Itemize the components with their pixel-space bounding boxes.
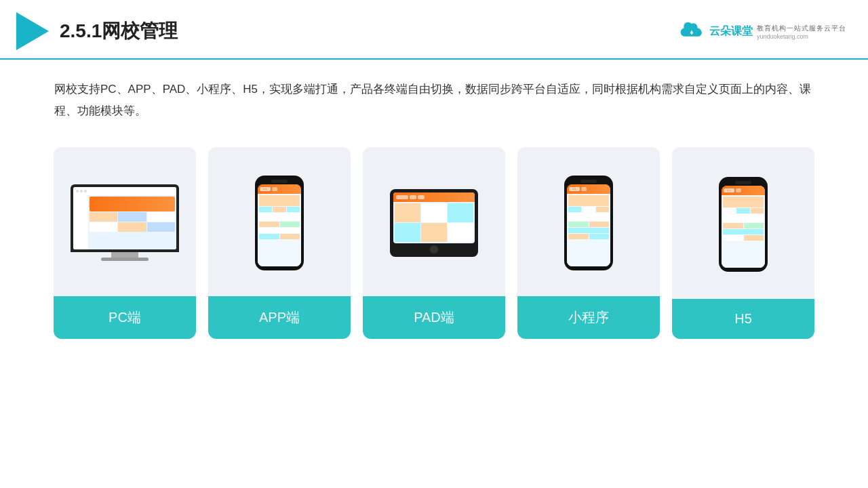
brand-name: 云朵课堂 xyxy=(709,24,753,39)
card-h5: 职达 xyxy=(672,147,814,339)
card-image-pad xyxy=(363,147,505,296)
card-image-miniapp: 职达 xyxy=(517,147,660,296)
phone-mockup-app: 职达 xyxy=(255,176,304,270)
page-title: 2.5.1网校管理 xyxy=(60,18,178,44)
header: 2.5.1网校管理 云朵课堂 教育机构一站式服务云平台 yunduoketang… xyxy=(0,0,868,60)
card-image-h5: 职达 xyxy=(672,147,814,299)
tablet-mockup xyxy=(390,189,478,257)
cloud-icon xyxy=(678,22,705,41)
card-app: 职达 xyxy=(208,147,351,339)
header-left: 2.5.1网校管理 xyxy=(16,12,178,50)
brand-url: yunduoketang.com xyxy=(757,33,846,40)
card-pc: PC端 xyxy=(54,147,196,339)
card-label-pc: PC端 xyxy=(54,296,196,339)
card-image-app: 职达 xyxy=(208,147,351,296)
cards-container: PC端 职达 xyxy=(0,123,868,339)
logo-triangle-icon xyxy=(16,12,49,50)
brand-area: 云朵课堂 教育机构一站式服务云平台 yunduoketang.com xyxy=(678,22,846,41)
phone-mockup-miniapp: 职达 xyxy=(564,176,613,270)
brand-logo: 云朵课堂 教育机构一站式服务云平台 yunduoketang.com xyxy=(678,22,846,41)
card-label-app: APP端 xyxy=(208,296,351,339)
card-pad: PAD端 xyxy=(363,147,505,339)
pc-mockup xyxy=(71,184,179,261)
description-text: 网校支持PC、APP、PAD、小程序、H5，实现多端打通，产品各终端自由切换，数… xyxy=(0,60,868,123)
card-label-h5: H5 xyxy=(672,299,814,339)
card-label-miniapp: 小程序 xyxy=(517,296,660,339)
card-image-pc xyxy=(54,147,196,296)
card-miniapp: 职达 xyxy=(517,147,660,339)
phone-mockup-h5: 职达 xyxy=(719,177,768,272)
card-label-pad: PAD端 xyxy=(363,296,505,339)
svg-point-0 xyxy=(690,33,692,35)
brand-tagline: 教育机构一站式服务云平台 xyxy=(757,24,846,33)
